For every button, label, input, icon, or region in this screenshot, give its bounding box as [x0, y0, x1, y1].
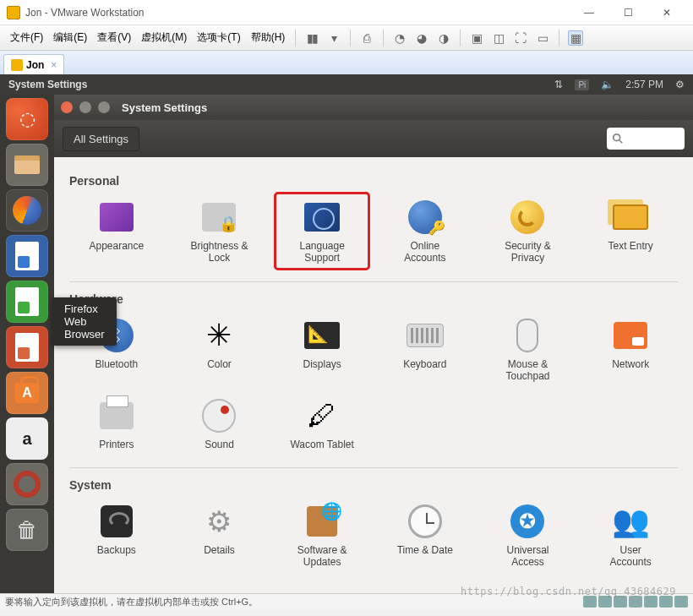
device-icon[interactable] — [629, 596, 642, 608]
device-icon[interactable] — [614, 596, 627, 608]
gear-icon — [14, 471, 41, 498]
window-title: System Settings — [122, 101, 207, 114]
clock[interactable]: 2:57 PM — [625, 79, 663, 90]
send-ctrlaltdel-icon[interactable]: ⎙ — [359, 30, 374, 46]
tile-network[interactable]: Network — [583, 311, 678, 388]
tile-backups[interactable]: Backups — [69, 497, 164, 574]
tile-appearance[interactable]: Appearance — [69, 193, 164, 270]
stretch-icon[interactable]: ▭ — [535, 30, 550, 46]
section-system-grid: Backups ⚙Details Software & Updates Time… — [69, 497, 678, 574]
menu-file[interactable]: 文件(F) — [5, 27, 48, 48]
online-accounts-icon — [408, 200, 442, 234]
tile-time-date[interactable]: Time & Date — [378, 497, 472, 574]
vmware-menubar: 文件(F) 编辑(E) 查看(V) 虚拟机(M) 选项卡(T) 帮助(H) ▮▮… — [0, 25, 693, 51]
launcher-writer[interactable] — [6, 235, 48, 277]
launcher-dash[interactable]: ◌ — [6, 98, 48, 140]
vm-tab-icon — [11, 59, 23, 71]
tile-displays[interactable]: Displays — [275, 311, 369, 388]
appearance-icon — [100, 203, 134, 232]
tile-universal-access[interactable]: ✪Universal Access — [481, 497, 576, 574]
search-icon — [612, 133, 624, 144]
pause-icon[interactable]: ▮▮ — [304, 30, 319, 46]
tile-text-entry[interactable]: Text Entry — [583, 193, 678, 270]
menu-vm[interactable]: 虚拟机(M) — [136, 27, 192, 48]
fullscreen-icon[interactable]: ⛶ — [513, 30, 528, 46]
launcher-calc[interactable] — [6, 281, 48, 323]
window-titlebar[interactable]: System Settings — [54, 95, 693, 120]
launcher-files[interactable] — [6, 144, 48, 186]
printers-icon — [100, 402, 134, 429]
window-close-icon[interactable] — [61, 101, 73, 113]
system-settings-window: System Settings All Settings Personal Ap… — [54, 95, 693, 593]
device-icon[interactable] — [598, 596, 612, 608]
tile-security-privacy[interactable]: Security & Privacy — [481, 193, 576, 270]
session-gear-icon[interactable]: ⚙ — [675, 79, 685, 90]
launcher-impress[interactable] — [6, 326, 48, 368]
launcher-firefox[interactable] — [6, 189, 48, 232]
divider — [69, 281, 678, 282]
console-view-icon[interactable]: ▦ — [568, 30, 583, 46]
unity-icon[interactable]: ◫ — [491, 30, 506, 46]
menu-help[interactable]: 帮助(H) — [246, 27, 291, 48]
network-indicator-icon[interactable]: ⇅ — [554, 79, 563, 90]
snapshot-manage-icon[interactable]: ◕ — [414, 30, 429, 46]
menu-tabs[interactable]: 选项卡(T) — [192, 27, 245, 48]
close-button[interactable]: ✕ — [647, 0, 686, 25]
menu-edit[interactable]: 编辑(E) — [48, 27, 92, 48]
tile-brightness-lock[interactable]: Brightness & Lock — [172, 193, 267, 270]
window-maximize-icon[interactable] — [98, 101, 110, 113]
tile-user-accounts[interactable]: 👥User Accounts — [583, 497, 678, 574]
search-field[interactable] — [624, 133, 674, 144]
revert-icon[interactable]: ◑ — [436, 30, 451, 46]
language-support-icon — [304, 203, 340, 232]
device-icon[interactable] — [583, 596, 597, 608]
svg-point-0 — [614, 134, 620, 141]
section-personal-title: Personal — [69, 174, 678, 188]
unity-launcher: ◌ a 🗑 Firefox Web Browser — [0, 95, 54, 593]
close-tab-icon[interactable]: × — [51, 59, 57, 71]
software-updates-icon — [307, 506, 337, 537]
minimize-button[interactable]: — — [570, 0, 608, 25]
tile-sound[interactable]: Sound — [172, 391, 267, 455]
time-date-icon — [408, 504, 442, 538]
vmware-title: Jon - VMware Workstation — [25, 7, 145, 19]
status-text: 要将输入定向到该虚拟机，请在虚拟机内部单击或按 Ctrl+G。 — [5, 596, 258, 608]
settings-toolbar: All Settings — [54, 120, 693, 157]
sound-indicator-icon[interactable]: 🔈 — [601, 79, 614, 90]
section-hardware-grid: ᛒBluetooth ✳Color Displays Keyboard Mous… — [69, 311, 678, 455]
tile-mouse-touchpad[interactable]: Mouse & Touchpad — [481, 311, 576, 388]
tile-printers[interactable]: Printers — [69, 391, 164, 455]
vm-tab-jon[interactable]: Jon × — [3, 54, 64, 74]
launcher-settings[interactable] — [6, 463, 48, 505]
ubuntu-desktop: ◌ a 🗑 Firefox Web Browser System Setting… — [0, 95, 693, 593]
user-accounts-icon: 👥 — [611, 502, 650, 541]
device-icon[interactable] — [644, 596, 658, 608]
svg-line-1 — [619, 140, 623, 144]
tile-wacom[interactable]: 🖊Wacom Tablet — [275, 391, 369, 455]
tile-online-accounts[interactable]: Online Accounts — [378, 193, 472, 270]
wacom-icon: 🖊 — [303, 396, 341, 435]
window-minimize-icon[interactable] — [79, 101, 91, 113]
device-icon[interactable] — [659, 596, 673, 608]
launcher-amazon[interactable]: a — [6, 417, 48, 460]
tile-color[interactable]: ✳Color — [172, 311, 267, 388]
menu-view[interactable]: 查看(V) — [92, 27, 136, 48]
all-settings-button[interactable]: All Settings — [63, 127, 139, 151]
vm-tab-label: Jon — [26, 59, 44, 71]
details-icon: ⚙ — [199, 502, 238, 541]
maximize-button[interactable]: ☐ — [608, 0, 647, 25]
fit-guest-icon[interactable]: ▣ — [469, 30, 484, 46]
tile-language-support[interactable]: Language Support — [275, 193, 369, 270]
launcher-trash[interactable]: 🗑 — [6, 509, 48, 551]
device-icon[interactable] — [674, 596, 688, 608]
keyboard-indicator[interactable]: Pi — [575, 79, 589, 90]
launcher-tooltip: Firefox Web Browser — [52, 297, 117, 346]
tile-keyboard[interactable]: Keyboard — [378, 311, 472, 388]
section-system-title: System — [69, 478, 678, 492]
power-dropdown-icon[interactable]: ▾ — [326, 30, 341, 46]
tile-details[interactable]: ⚙Details — [172, 497, 267, 574]
snapshot-icon[interactable]: ◔ — [392, 30, 407, 46]
tile-software-updates[interactable]: Software & Updates — [275, 497, 369, 574]
search-input[interactable] — [607, 128, 685, 150]
launcher-software[interactable] — [6, 372, 48, 414]
